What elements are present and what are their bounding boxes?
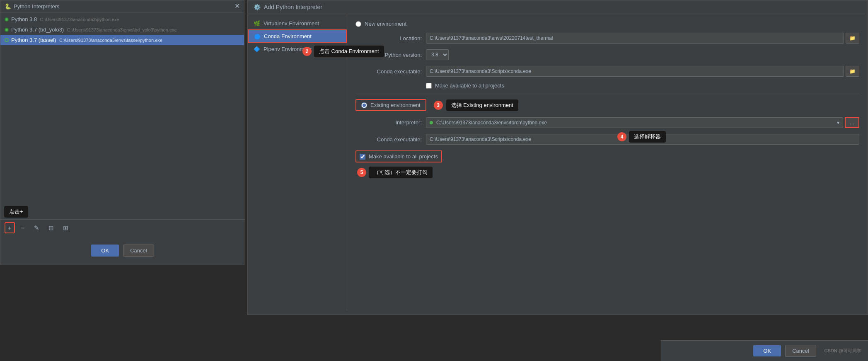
interpreter-item-tassel[interactable]: Python 3.7 (tassel) C:\Users\91373\anaco… [0,35,244,45]
nav-virtualenv[interactable]: 🌿 Virtualenv Environment [248,17,347,29]
left-ok-button[interactable]: OK [91,245,119,257]
conda-exec-input-new[interactable] [426,66,844,77]
conda-exec-row-existing: Conda executable: [355,134,859,145]
interpreter-label: Interpreter: [355,119,422,126]
interpreter-ellipsis-btn[interactable]: ... [845,117,859,128]
nav-conda[interactable]: ⬤ Conda Environment [248,29,347,43]
python-version-row: Python version: 3.8 3.9 3.7 [355,49,859,60]
edit-interpreter-button[interactable]: ✎ [31,223,42,233]
location-row: Location: 📁 [355,33,859,44]
left-panel-ok-cancel: OK Cancel [0,240,245,261]
conda-exec-browse-btn-new[interactable]: 📁 [846,66,859,77]
status-dot-green [5,17,9,22]
interpreter-item-content: Python 3.8 C:\Users\91373\anaconda3\pyth… [11,16,119,22]
conda-icon: ⬤ [254,33,261,39]
right-ok-button[interactable]: OK [753,345,781,356]
interpreter-list: Python 3.8 C:\Users\91373\anaconda3\pyth… [0,12,244,47]
step5-tooltip: （可选）不一定要打勾 [369,167,433,178]
add-interpreter-button[interactable]: + [5,222,15,233]
interpreter-dropdown-wrapper: C:\Users\91373\anaconda3\envs\torch\pyth… [426,117,859,128]
step3-circle: 3 [434,101,443,110]
env-nav: 🌿 Virtualenv Environment ⬤ Conda Environ… [248,14,347,311]
left-panel-title-bar: 🐍 Python Interpreters ✕ [0,0,244,12]
interpreter-select[interactable]: C:\Users\91373\anaconda3\envs\torch\pyth… [426,117,843,128]
location-value-group: 📁 [426,33,859,44]
filter-button[interactable]: ⊟ [46,223,57,233]
python-version-select[interactable]: 3.8 3.9 3.7 [426,49,449,60]
make-available-row-existing: Make available to all projects [355,150,859,162]
right-title-bar: ⚙️ Add Python Interpreter [248,0,868,14]
section-divider [355,93,859,93]
existing-env-radio[interactable] [361,102,367,108]
conda-exec-row-new: Conda executable: 📁 [355,66,859,77]
nav-virtualenv-label: Virtualenv Environment [264,20,319,27]
bottom-toolbar: + − ✎ ⊟ ⊞ [0,219,245,236]
step1-marker: 1 点击+ [4,207,13,216]
step4-circle: 4 [617,132,626,141]
make-available-highlight-box: Make available to all projects [355,150,442,162]
interpreter-path3: C:\Users\91373\anaconda3\envs\tassel\pyt… [59,38,162,43]
interpreter-name: Python 3.8 [11,16,37,22]
add-interp-icon: ⚙️ [254,4,261,10]
step4-marker: 4 选择解释器 [617,131,666,143]
interpreter-path2: C:\Users\91373\anaconda3\envs\bd_yolo3\p… [67,27,177,32]
new-env-radio[interactable] [355,21,361,27]
step3-tooltip: 选择 Existing environment [446,99,518,111]
interpreter-path: C:\Users\91373\anaconda3\python.exe [40,17,119,22]
close-icon[interactable]: ✕ [235,3,240,10]
existing-env-label: Existing environment [370,102,421,108]
make-available-label-new: Make available to all projects [435,82,504,89]
step2-circle: 2 [302,47,312,56]
interpreter-value: C:\Users\91373\anaconda3\envs\torch\pyth… [436,120,547,126]
config-area: New environment Location: 📁 Python versi… [347,14,868,311]
left-panel-title: Python Interpreters [14,3,60,10]
conda-exec-label-new: Conda executable: [355,68,422,75]
interpreter-item-content2: Python 3.7 (bd_yolo3) C:\Users\91373\ana… [11,27,177,33]
bottom-bar: OK Cancel CSDN @可可同学 [661,340,868,361]
right-cancel-button[interactable]: Cancel [785,345,816,357]
interpreter-item-python38[interactable]: Python 3.8 C:\Users\91373\anaconda3\pyth… [0,14,244,24]
tree-button[interactable]: ⊞ [60,223,71,233]
right-content: 🌿 Virtualenv Environment ⬤ Conda Environ… [248,14,868,311]
virtualenv-icon: 🌿 [254,20,260,27]
location-browse-btn[interactable]: 📁 [846,33,859,44]
new-env-radio-row: New environment [355,21,859,27]
conda-exec-label-existing: Conda executable: [355,136,422,143]
python-icon: 🐍 [5,3,11,10]
make-available-checkbox-new[interactable] [426,83,432,89]
title-left: 🐍 Python Interpreters [5,3,60,10]
step2-marker: 2 点击 Conda Environment [302,46,384,57]
left-cancel-button[interactable]: Cancel [123,245,154,257]
existing-env-highlight-box: Existing environment [355,99,426,111]
step2-tooltip: 点击 Conda Environment [314,46,384,57]
status-dot-ring [5,38,9,42]
location-label: Location: [355,35,422,41]
step4-tooltip: 选择解释器 [629,131,666,143]
remove-interpreter-button[interactable]: − [18,223,28,233]
conda-exec-value-group: 📁 [426,66,859,77]
step5-circle: 5 [357,168,366,177]
right-panel-title: Add Python Interpreter [264,4,322,10]
pipenv-icon: 🔷 [254,46,260,52]
python-interpreters-panel: 🐍 Python Interpreters ✕ Python 3.8 C:\Us… [0,0,244,265]
make-available-label-existing: Make available to all projects [369,153,438,160]
location-input[interactable] [426,33,844,44]
interpreter-item-bd-yolo3[interactable]: Python 3.7 (bd_yolo3) C:\Users\91373\ana… [0,24,244,35]
make-available-row-new: Make available to all projects [426,82,859,89]
existing-env-row: Existing environment 3 选择 Existing envir… [355,99,859,111]
new-env-label: New environment [365,21,406,27]
step5-row: 5 （可选）不一定要打勾 [357,167,859,178]
interpreter-item-content3: Python 3.7 (tassel) C:\Users\91373\anaco… [11,37,162,43]
dropdown-arrow: ▾ [837,120,839,126]
interp-dot [430,121,433,124]
nav-conda-label: Conda Environment [264,33,312,39]
make-available-checkbox-existing[interactable] [360,154,365,160]
status-dot-green2 [5,28,9,32]
step1-tooltip: 点击+ [4,206,28,218]
interpreter-name2: Python 3.7 (bd_yolo3) [11,27,64,33]
interpreter-name3: Python 3.7 (tassel) [11,37,56,43]
interpreter-row: Interpreter: C:\Users\91373\anaconda3\en… [355,117,859,128]
watermark: CSDN @可可同学 [824,348,861,354]
